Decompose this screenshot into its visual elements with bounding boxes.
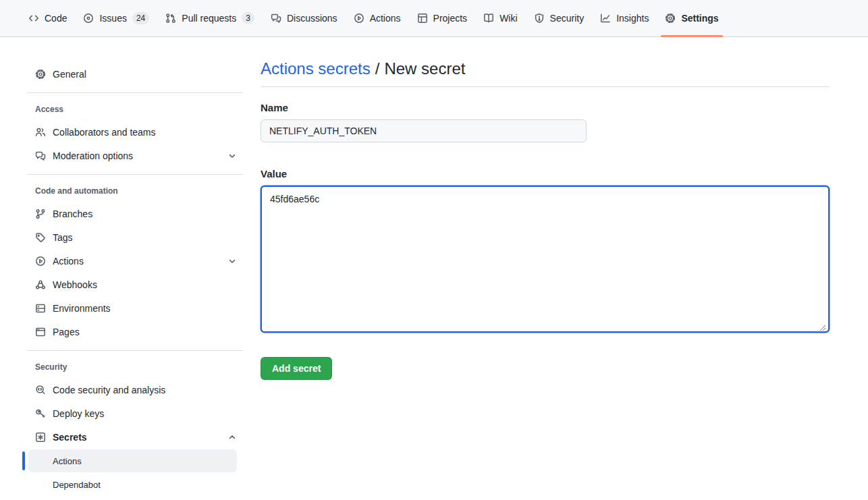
server-icon [35, 303, 46, 314]
resize-grip-icon[interactable] [819, 323, 826, 329]
sidebar-item-label: Deploy keys [53, 408, 104, 419]
sidebar-item-label: Moderation options [53, 150, 133, 161]
tab-pull-requests[interactable]: Pull requests 3 [157, 0, 263, 36]
sidebar-item-pages[interactable]: Pages [27, 320, 243, 343]
chevron-down-icon [227, 150, 238, 161]
git-branch-icon [35, 209, 46, 219]
tab-label: Security [550, 13, 585, 24]
tab-projects[interactable]: Projects [409, 0, 476, 36]
sidebar-section-header-security: Security [27, 351, 243, 378]
new-secret-panel: Actions secrets/New secret Name Value 45… [261, 53, 830, 497]
people-icon [35, 127, 46, 138]
tab-label: Insights [616, 13, 649, 24]
comment-discussion-icon [271, 13, 281, 24]
sidebar-item-label: Tags [53, 232, 73, 243]
play-icon [35, 256, 46, 267]
breadcrumb: Actions secrets/New secret [261, 59, 830, 87]
browser-icon [35, 327, 46, 337]
sidebar-item-label: Secrets [53, 432, 87, 443]
tab-issues[interactable]: Issues 24 [75, 0, 157, 36]
tab-label: Discussions [287, 13, 337, 24]
sidebar-item-actions[interactable]: Actions [27, 249, 243, 273]
sidebar-item-moderation-options[interactable]: Moderation options [27, 144, 243, 167]
pull-requests-count-badge: 3 [242, 12, 254, 24]
settings-page: General Access Collaborators and teams M… [0, 37, 868, 497]
sidebar-section-header-access: Access [27, 93, 243, 120]
key-icon [35, 408, 46, 419]
tab-label: Issues [99, 13, 126, 24]
graph-icon [600, 13, 611, 24]
sidebar-item-deploy-keys[interactable]: Deploy keys [27, 401, 243, 425]
settings-sidebar: General Access Collaborators and teams M… [27, 53, 243, 497]
sidebar-item-webhooks[interactable]: Webhooks [27, 273, 243, 296]
secrets-asterisk-icon [35, 432, 46, 443]
secret-name-input[interactable] [261, 119, 587, 142]
gear-icon [35, 69, 46, 80]
tab-label: Actions [370, 13, 401, 24]
table-icon [417, 13, 428, 24]
sidebar-item-label: Webhooks [53, 279, 97, 290]
tag-icon [35, 232, 46, 243]
webhook-icon [35, 279, 46, 290]
sidebar-item-label: Environments [53, 303, 111, 314]
book-icon [483, 13, 494, 24]
value-label: Value [261, 168, 830, 180]
sidebar-subitem-secrets-dependabot[interactable]: Dependabot [28, 473, 237, 496]
tab-label: Settings [681, 13, 718, 24]
sidebar-subitem-secrets-actions[interactable]: Actions [28, 449, 237, 472]
name-label: Name [261, 102, 830, 114]
chevron-up-icon [227, 432, 238, 443]
tab-label: Pull requests [182, 13, 236, 24]
sidebar-item-label: Code security and analysis [53, 385, 165, 395]
sidebar-subitem-label: Actions [53, 456, 82, 466]
issues-count-badge: 24 [132, 12, 149, 24]
tab-actions[interactable]: Actions [346, 0, 409, 36]
sidebar-item-label: Actions [53, 256, 84, 267]
chevron-down-icon [227, 256, 238, 267]
page-title: New secret [384, 59, 465, 78]
sidebar-item-branches[interactable]: Branches [27, 202, 243, 225]
code-icon [28, 13, 39, 24]
sidebar-item-label: Collaborators and teams [53, 127, 156, 138]
issue-opened-icon [83, 13, 94, 24]
sidebar-item-tags[interactable]: Tags [27, 225, 243, 249]
secret-value-textarea[interactable]: 45fd6ae56c [261, 186, 830, 333]
tab-settings[interactable]: Settings [657, 0, 726, 36]
breadcrumb-separator: / [375, 59, 380, 78]
sidebar-item-general[interactable]: General [27, 62, 243, 86]
sidebar-item-label: Branches [53, 209, 92, 219]
shield-icon [534, 13, 545, 24]
sidebar-item-secrets[interactable]: Secrets [27, 425, 243, 449]
gear-icon [665, 13, 676, 24]
codescan-icon [35, 385, 46, 395]
tab-label: Code [45, 13, 67, 24]
tab-insights[interactable]: Insights [592, 0, 657, 36]
play-icon [354, 13, 364, 24]
tab-label: Wiki [499, 13, 517, 24]
tab-label: Projects [433, 13, 468, 24]
tab-code[interactable]: Code [20, 0, 75, 36]
sidebar-item-environments[interactable]: Environments [27, 296, 243, 320]
comment-discussion-icon [35, 150, 46, 161]
sidebar-subitem-label: Dependabot [53, 480, 101, 490]
tab-discussions[interactable]: Discussions [263, 0, 346, 36]
sidebar-section-header-code-and-automation: Code and automation [27, 175, 243, 202]
sidebar-item-collaborators-and-teams[interactable]: Collaborators and teams [27, 120, 243, 144]
secret-value-wrapper: 45fd6ae56c [261, 186, 830, 333]
tab-security[interactable]: Security [526, 0, 593, 36]
git-pull-request-icon [165, 13, 176, 24]
add-secret-button[interactable]: Add secret [261, 357, 332, 380]
sidebar-item-label: Pages [53, 327, 80, 337]
breadcrumb-actions-secrets-link[interactable]: Actions secrets [261, 59, 371, 78]
repo-nav: Code Issues 24 Pull requests 3 Discussio… [0, 0, 868, 37]
tab-wiki[interactable]: Wiki [475, 0, 525, 36]
sidebar-item-label: General [53, 69, 86, 80]
sidebar-item-code-security-and-analysis[interactable]: Code security and analysis [27, 378, 243, 401]
